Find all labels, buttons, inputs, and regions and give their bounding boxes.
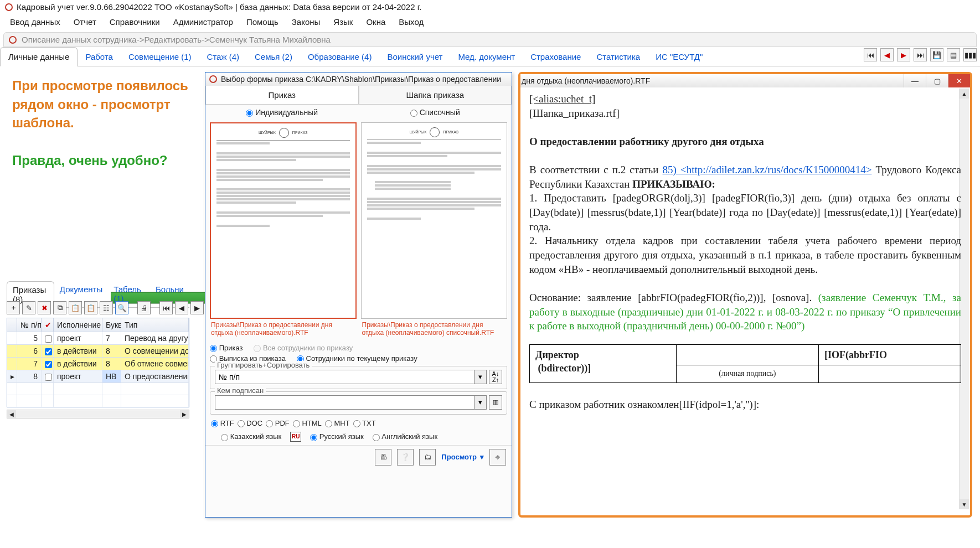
signed-input[interactable]	[215, 396, 474, 409]
grid-first-icon[interactable]: ⏮	[159, 301, 173, 314]
type-radios: Индивидуальный Списочный	[205, 105, 512, 120]
law-link[interactable]: 85) <http://adilet.zan.kz/rus/docs/K1500…	[662, 164, 871, 175]
fmt-html[interactable]: HTML	[293, 419, 322, 427]
menu-exit[interactable]: Выход	[392, 15, 430, 29]
find-icon[interactable]: 🔍	[115, 301, 128, 314]
tab-insur[interactable]: Страхование	[523, 48, 589, 66]
sort-button[interactable]: A↓Z↑	[489, 370, 502, 384]
radio-order[interactable]: Приказ	[210, 344, 243, 352]
scroll-left-icon[interactable]: ◀	[7, 410, 16, 418]
menu-ref[interactable]: Справочники	[103, 15, 167, 29]
nav-next-icon[interactable]: ▶	[897, 48, 910, 61]
menu-admin[interactable]: Администратор	[167, 15, 240, 29]
col-check[interactable]: ✔	[42, 318, 54, 332]
add-icon[interactable]: ＋	[7, 301, 20, 314]
lang-kz[interactable]: Казахский язык	[221, 432, 281, 441]
fmt-txt[interactable]: TXT	[353, 419, 376, 427]
fmt-pdf[interactable]: PDF	[266, 419, 290, 427]
paste2-icon[interactable]: 📋	[84, 301, 97, 314]
menu-report[interactable]: Отчет	[67, 15, 103, 29]
order-form-dialog: Выбор формы приказа C:\KADRY\Shablon\При…	[205, 72, 512, 518]
tab-tools: ⏮ ◀ ▶ ⏭ 💾 ▤ ▮▮▮	[864, 48, 977, 61]
menu-laws[interactable]: Законы	[285, 15, 327, 29]
tab-work[interactable]: Работа	[78, 48, 121, 66]
print-icon[interactable]: 🖨	[137, 301, 151, 314]
col-bukv[interactable]: Букв	[102, 318, 121, 332]
fmt-doc[interactable]: DOC	[238, 419, 263, 427]
lang-ru[interactable]: Русский язык	[310, 432, 364, 441]
menu-lang[interactable]: Язык	[327, 15, 359, 29]
signed-pick-button[interactable]: ▥	[489, 395, 502, 410]
col-n[interactable]: № п/п	[17, 318, 42, 332]
table-row[interactable]: 6 в действии 8 О совмещении долж	[7, 344, 189, 357]
help-icon[interactable]: ❔	[397, 449, 414, 466]
tab-combine[interactable]: Совмещение (1)	[121, 48, 199, 66]
app-title: Кадровый учет ver.9.0.66.29042022 ТОО «K…	[17, 2, 422, 12]
tab-stats[interactable]: Статистика	[589, 48, 648, 66]
exit-icon[interactable]: ⎆	[489, 449, 506, 466]
menu-data[interactable]: Ввод данных	[3, 15, 67, 29]
lang-en[interactable]: Английский язык	[373, 432, 437, 441]
grid-next-icon[interactable]: ▶	[190, 301, 204, 314]
group-combo[interactable]: ▾	[215, 370, 487, 384]
nav-prev-icon[interactable]: ◀	[880, 48, 894, 61]
table-row[interactable]: 5 проект 7 Перевод на другую д	[7, 332, 189, 344]
group-input[interactable]	[215, 370, 474, 384]
pv-ack: С приказом работник ознакомлен[IIF(idpol…	[529, 397, 961, 412]
list-icon[interactable]: ▤	[947, 48, 960, 61]
col-tip[interactable]: Тип	[121, 318, 189, 332]
fmt-mht[interactable]: MHT	[325, 419, 350, 427]
table-row[interactable]: ▸ 8 проект НВ О предоставлении д	[7, 370, 189, 382]
tab-personal[interactable]: Личные данные	[0, 47, 78, 66]
template-preview-2[interactable]: ШУЙРЫКПРИКАЗ Приказы\Приказ о предоставл…	[361, 122, 508, 339]
dialog-title-bar: Выбор формы приказа C:\KADRY\Shablon\При…	[205, 73, 512, 86]
table-row[interactable]: 7 в действии 8 Об отмене совмещен	[7, 357, 189, 370]
chevron-down-icon[interactable]: ▾	[474, 370, 486, 384]
menu-help[interactable]: Помощь	[240, 15, 285, 29]
grid-hscrollbar[interactable]: ◀ ▶	[7, 410, 189, 418]
pv-item1: 1. Предоставить [padegORGR(dolj,3)] [pad…	[529, 191, 961, 234]
grid-prev-icon[interactable]: ◀	[175, 301, 188, 314]
chevron-down-icon[interactable]: ▾	[474, 396, 486, 409]
col-isp[interactable]: Исполнение	[54, 318, 102, 332]
folder-icon[interactable]: 🗂	[419, 449, 436, 466]
scroll-right-icon[interactable]: ▶	[180, 410, 189, 418]
props-icon[interactable]: ☷	[100, 301, 113, 314]
radio-current-emp[interactable]: Сотрудники по текущему приказу	[297, 354, 417, 363]
tab-edu[interactable]: Образование (4)	[300, 48, 379, 66]
nav-last-icon[interactable]: ⏭	[914, 48, 927, 61]
pv-item2: 2. Начальнику отдела кадров при составле…	[529, 234, 961, 276]
barcode-icon[interactable]: ▮▮▮	[963, 48, 977, 61]
paste-icon[interactable]: 📋	[69, 301, 82, 314]
close-icon[interactable]: ✕	[948, 74, 970, 87]
pv-heading: О предоставлении работнику другого дня о…	[529, 135, 961, 149]
save-icon[interactable]: 💾	[930, 48, 943, 61]
table-row-empty	[7, 382, 189, 395]
template-preview-1[interactable]: ШУЙРЫКПРИКАЗ Приказы\Приказ о предоставл…	[210, 122, 357, 339]
tab-esutd[interactable]: ИС "ЕСУТД"	[648, 48, 710, 66]
preview-button[interactable]: Просмотр▾	[441, 453, 484, 461]
menu-windows[interactable]: Окна	[359, 15, 392, 29]
group-legend: Группировать+Сортировать	[215, 361, 312, 369]
fmt-rtf[interactable]: RTF	[211, 419, 234, 427]
app-title-bar: Кадровый учет ver.9.0.66.29042022 ТОО «K…	[0, 0, 980, 14]
radio-individual[interactable]: Индивидуальный	[205, 105, 359, 120]
tab-family[interactable]: Семья (2)	[247, 48, 300, 66]
save-set-icon[interactable]: 🖶	[375, 449, 391, 466]
signed-combo[interactable]: ▾	[215, 395, 487, 410]
tab-military[interactable]: Воинский учет	[379, 48, 450, 66]
tab-med[interactable]: Мед. документ	[450, 48, 523, 66]
minimize-icon[interactable]: —	[904, 74, 926, 87]
template-caption-2: Приказы\Приказ о предоставлении дня отды…	[361, 319, 508, 339]
copy-icon[interactable]: ⧉	[53, 301, 66, 314]
edit-icon[interactable]: ✎	[22, 301, 35, 314]
annotation-p1: При просмотре появилось рядом окно - про…	[12, 76, 195, 132]
maximize-icon[interactable]: ▢	[926, 74, 948, 87]
nav-first-icon[interactable]: ⏮	[864, 48, 877, 61]
dlg-tab-order[interactable]: Приказ	[205, 86, 359, 105]
delete-icon[interactable]: ✖	[38, 301, 51, 314]
radio-list[interactable]: Списочный	[359, 105, 512, 120]
template-previews: ШУЙРЫКПРИКАЗ Приказы\Приказ о предоставл…	[205, 120, 512, 342]
tab-stazh[interactable]: Стаж (4)	[199, 48, 247, 66]
dlg-tab-header[interactable]: Шапка приказа	[359, 86, 512, 105]
